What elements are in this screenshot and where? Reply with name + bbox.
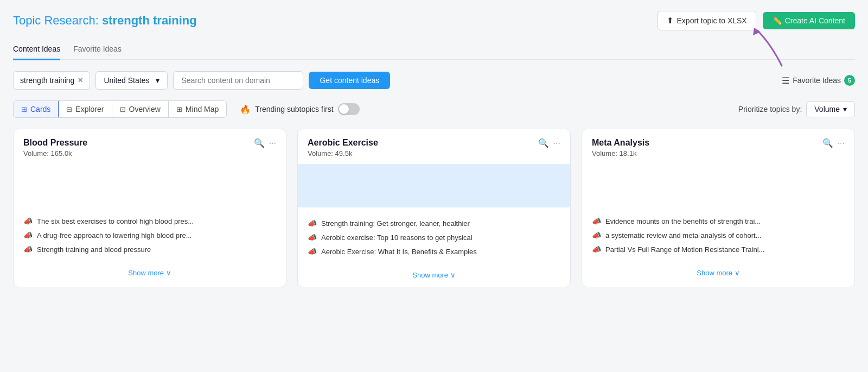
megaphone-icon: 📣 xyxy=(592,231,601,239)
export-icon: ⬆ xyxy=(667,16,674,26)
view-row: ⊞ Cards ⊟ Explorer ⊡ Overview ⊞ Mind Map… xyxy=(13,100,855,118)
megaphone-icon: 📣 xyxy=(23,245,33,254)
list-item: 📣 Evidence mounts on the benefits of str… xyxy=(592,214,845,228)
volume-select[interactable]: Volume ▾ xyxy=(806,101,855,117)
view-tab-explorer[interactable]: ⊟ Explorer xyxy=(59,101,112,117)
cards-grid: Blood Pressure Volume: 165.0k 🔍 ··· 📣 Th… xyxy=(13,129,855,287)
search-icon[interactable]: 🔍 xyxy=(822,138,833,148)
search-icon[interactable]: 🔍 xyxy=(538,138,549,148)
card-title: Aerobic Exercise xyxy=(308,138,378,148)
chevron-down-icon: ▾ xyxy=(843,105,847,114)
more-options-icon[interactable]: ··· xyxy=(553,138,560,148)
trending-section: 🔥 Trending subtopics first xyxy=(240,103,359,115)
list-icon: ☰ xyxy=(782,75,789,86)
megaphone-icon: 📣 xyxy=(308,219,317,228)
keyword-clear-button[interactable]: ✕ xyxy=(78,77,83,84)
card-volume: Volume: 18.1k xyxy=(592,149,649,157)
megaphone-icon: 📣 xyxy=(23,231,33,239)
view-tab-cards[interactable]: ⊞ Cards xyxy=(14,101,59,117)
card-title: Blood Pressure xyxy=(23,138,87,148)
trending-toggle[interactable] xyxy=(338,103,360,115)
show-more-button[interactable]: Show more ∨ xyxy=(128,269,171,277)
list-item: 📣 Strength training: Get stronger, leane… xyxy=(308,216,560,230)
get-ideas-button[interactable]: Get content ideas xyxy=(309,72,390,89)
location-select[interactable]: United States ▾ xyxy=(95,71,168,90)
domain-search-input[interactable] xyxy=(173,71,303,90)
prioritize-section: Prioritize topics by: Volume ▾ xyxy=(738,101,855,117)
more-options-icon[interactable]: ··· xyxy=(269,138,276,148)
favorite-count-badge: 5 xyxy=(844,75,855,86)
show-more-button[interactable]: Show more ∨ xyxy=(697,269,739,277)
list-item: 📣 Aerobic Exercise: What It Is, Benefits… xyxy=(308,244,560,258)
more-options-icon[interactable]: ··· xyxy=(838,138,845,148)
megaphone-icon: 📣 xyxy=(592,245,601,254)
edit-icon: ✏️ xyxy=(773,16,782,25)
card-items: 📣 The six best exercises to control high… xyxy=(14,207,286,261)
list-item: 📣 Aerobic exercise: Top 10 reasons to ge… xyxy=(308,230,560,244)
megaphone-icon: 📣 xyxy=(592,217,601,225)
tab-content-ideas[interactable]: Content Ideas xyxy=(13,40,60,60)
tab-favorite-ideas[interactable]: Favorite Ideas xyxy=(73,40,122,60)
table-icon: ⊟ xyxy=(66,105,72,114)
list-item: 📣 The six best exercises to control high… xyxy=(23,214,276,228)
fire-icon: 🔥 xyxy=(240,104,251,115)
card-meta-analysis: Meta Analysis Volume: 18.1k 🔍 ··· 📣 Evid… xyxy=(582,129,855,287)
card-aerobic-exercise: Aerobic Exercise Volume: 49.5k 🔍 ··· 📣 S… xyxy=(297,129,571,287)
megaphone-icon: 📣 xyxy=(23,217,33,225)
list-item: 📣 a systematic review and meta-analysis … xyxy=(592,228,845,242)
chevron-down-icon: ▾ xyxy=(156,76,159,85)
card-items: 📣 Strength training: Get stronger, leane… xyxy=(298,210,570,263)
card-title: Meta Analysis xyxy=(592,138,649,148)
main-tabs: Content Ideas Favorite Ideas xyxy=(13,40,855,60)
card-blood-pressure: Blood Pressure Volume: 165.0k 🔍 ··· 📣 Th… xyxy=(13,129,286,287)
list-item: 📣 Strength training and blood pressure xyxy=(23,242,276,256)
keyword-pill: strength training ✕ xyxy=(13,71,90,90)
controls-row: strength training ✕ United States ▾ Get … xyxy=(13,71,855,90)
view-tab-overview[interactable]: ⊡ Overview xyxy=(112,101,169,117)
show-more-button[interactable]: Show more ∨ xyxy=(412,271,455,279)
page-title: Topic Research: strength training xyxy=(13,14,197,28)
overview-icon: ⊡ xyxy=(120,105,126,114)
create-ai-button[interactable]: ✏️ Create AI Content xyxy=(763,12,855,29)
megaphone-icon: 📣 xyxy=(308,247,317,256)
list-item: 📣 A drug-free approach to lowering high … xyxy=(23,228,276,242)
view-tabs: ⊞ Cards ⊟ Explorer ⊡ Overview ⊞ Mind Map xyxy=(13,100,227,118)
card-volume: Volume: 165.0k xyxy=(23,149,87,157)
card-volume: Volume: 49.5k xyxy=(308,149,378,157)
view-tab-mindmap[interactable]: ⊞ Mind Map xyxy=(169,101,226,117)
header-actions: ⬆ Export topic to XLSX ✏️ Create AI Cont… xyxy=(658,11,855,30)
cards-icon: ⊞ xyxy=(21,105,27,114)
card-items: 📣 Evidence mounts on the benefits of str… xyxy=(582,207,854,261)
search-icon[interactable]: 🔍 xyxy=(254,138,265,148)
megaphone-icon: 📣 xyxy=(308,233,317,242)
list-item: 📣 Partial Vs Full Range of Motion Resist… xyxy=(592,242,845,256)
export-button[interactable]: ⬆ Export topic to XLSX xyxy=(658,11,756,30)
favorite-ideas-button[interactable]: ☰ Favorite Ideas 5 xyxy=(782,75,855,86)
mindmap-icon: ⊞ xyxy=(176,105,182,114)
